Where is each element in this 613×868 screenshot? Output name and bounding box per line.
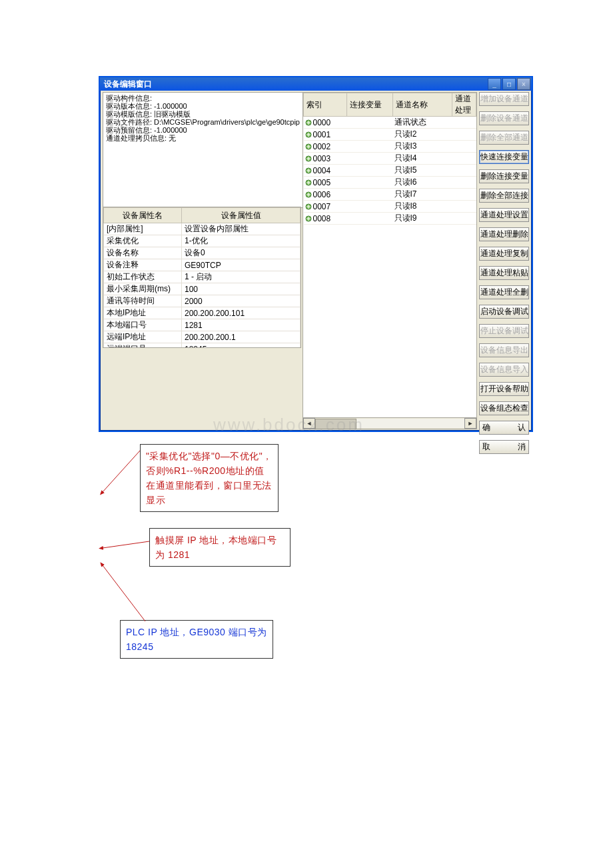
action-button: 增加设备通道 [479,92,529,106]
property-name: 设备注释 [104,259,182,271]
svg-line-9 [103,451,140,492]
action-button[interactable]: 删除全部连接 [479,189,529,203]
property-value[interactable]: 设置设备内部属性 [182,223,301,235]
property-row[interactable]: 最小采集周期(ms)100 [104,283,301,295]
property-row[interactable]: 本地IP地址200.200.200.101 [104,307,301,319]
property-value[interactable]: 1281 [182,319,301,331]
channel-name: 只读I8 [393,201,452,213]
action-button: 设备信息导入 [479,363,529,377]
channel-index: 0004 [305,166,346,175]
property-name: 远端端口号 [104,343,182,349]
channel-proc [452,141,476,153]
channel-name: 只读I3 [393,141,452,153]
channel-name: 只读I7 [393,189,452,201]
minimize-button[interactable]: _ [488,78,501,90]
maximize-button[interactable]: □ [502,78,516,90]
action-button: 删除设备通道 [479,111,529,125]
channel-var [347,201,393,213]
callout-optimization: "采集优化"选择"0—不优化"，否则%R1--%R200地址的值在通道里能看到，… [140,444,279,512]
channel-index: 0007 [305,202,346,211]
button-column: 增加设备通道删除设备通道删除全部通道快速连接变量删除连接变量删除全部连接通道处理… [479,92,529,454]
property-row[interactable]: 采集优化1-优化 [104,235,301,247]
action-button[interactable]: 通道处理复制 [479,247,529,261]
channel-proc [452,129,476,141]
property-value[interactable]: 200.200.200.101 [182,307,301,319]
channel-index: 0003 [305,154,346,163]
property-name: 本地IP地址 [104,307,182,319]
property-name: 采集优化 [104,235,182,247]
scroll-right-icon[interactable]: ► [464,418,476,429]
property-value[interactable]: 2000 [182,295,301,307]
channel-row[interactable]: 0008只读I9 [304,213,476,225]
property-row[interactable]: 通讯等待时间2000 [104,295,301,307]
property-name: 最小采集周期(ms) [104,283,182,295]
action-button[interactable]: 打开设备帮助 [479,382,529,396]
property-value[interactable]: 设备0 [182,247,301,259]
channel-row[interactable]: 0007只读I8 [304,201,476,213]
channel-index: 0000 [305,118,346,127]
channel-proc [452,117,476,129]
channel-name: 只读I6 [393,177,452,189]
watermark: www.bdocx.com [213,415,364,435]
channel-name: 只读I5 [393,165,452,177]
property-value[interactable]: 1-优化 [182,235,301,247]
channel-proc [452,177,476,189]
channel-var [347,177,393,189]
action-button[interactable]: 快速连接变量 [479,150,529,164]
ok-button[interactable]: 确认 [479,421,529,435]
property-row[interactable]: 远端端口号18245 [104,343,301,349]
channel-index: 0002 [305,142,346,151]
channel-index: 0008 [305,214,346,223]
property-name: 设备名称 [104,247,182,259]
channel-header-index: 索引 [304,93,347,117]
channel-proc [452,213,476,225]
property-value[interactable]: 100 [182,283,301,295]
svg-line-11 [103,565,145,621]
device-edit-window: 设备编辑窗口 _ □ × 驱动构件信息: 驱动版本信息: -1.000000 驱… [99,76,533,432]
property-value[interactable]: 1 - 启动 [182,271,301,283]
window-title: 设备编辑窗口 [101,79,486,90]
callout-local-ip: 触摸屏 IP 地址，本地端口号为 1281 [149,528,291,567]
action-button[interactable]: 通道处理全删 [479,285,529,299]
property-row[interactable]: 远端IP地址200.200.200.1 [104,331,301,343]
property-row[interactable]: 本地端口号1281 [104,319,301,331]
action-button[interactable]: 删除连接变量 [479,169,529,183]
action-button[interactable]: 通道处理设置 [479,208,529,222]
titlebar[interactable]: 设备编辑窗口 _ □ × [100,77,532,91]
channel-row[interactable]: 0001只读I2 [304,129,476,141]
channel-proc [452,189,476,201]
property-value[interactable]: 18245 [182,343,301,349]
property-name: 本地端口号 [104,319,182,331]
action-button[interactable]: 通道处理粘贴 [479,266,529,280]
arrow-2-icon [99,533,152,553]
channel-table[interactable]: 索引 连接变量 通道名称 通道处理 0000通讯状态0001只读I20002只读… [303,92,477,423]
channel-var [347,129,393,141]
channel-row[interactable]: 0006只读I7 [304,189,476,201]
channel-row[interactable]: 0005只读I6 [304,177,476,189]
channel-row[interactable]: 0004只读I5 [304,165,476,177]
property-name: 远端IP地址 [104,331,182,343]
channel-proc [452,153,476,165]
property-name: 通讯等待时间 [104,295,182,307]
property-value[interactable]: GE90TCP [182,259,301,271]
channel-row[interactable]: 0003只读I4 [304,153,476,165]
action-button[interactable]: 通道处理删除 [479,227,529,241]
property-row[interactable]: 设备名称设备0 [104,247,301,259]
action-button[interactable]: 设备组态检查 [479,401,529,415]
channel-name: 只读I2 [393,129,452,141]
channel-index: 0001 [305,130,346,139]
property-row[interactable]: 初始工作状态1 - 启动 [104,271,301,283]
arrow-3-icon [99,561,165,628]
channel-proc [452,201,476,213]
property-row[interactable]: [内部属性]设置设备内部属性 [104,223,301,235]
channel-row[interactable]: 0002只读I3 [304,141,476,153]
action-button[interactable]: 启动设备调试 [479,305,529,319]
property-row[interactable]: 设备注释GE90TCP [104,259,301,271]
close-button[interactable]: × [517,78,530,90]
cancel-button[interactable]: 取消 [479,440,529,454]
channel-row[interactable]: 0000通讯状态 [304,117,476,129]
property-value[interactable]: 200.200.200.1 [182,331,301,343]
action-button: 停止设备调试 [479,324,529,338]
arrow-1-icon [99,444,145,497]
property-table[interactable]: 设备属性名 设备属性值 [内部属性]设置设备内部属性采集优化1-优化设备名称设备… [103,207,301,348]
